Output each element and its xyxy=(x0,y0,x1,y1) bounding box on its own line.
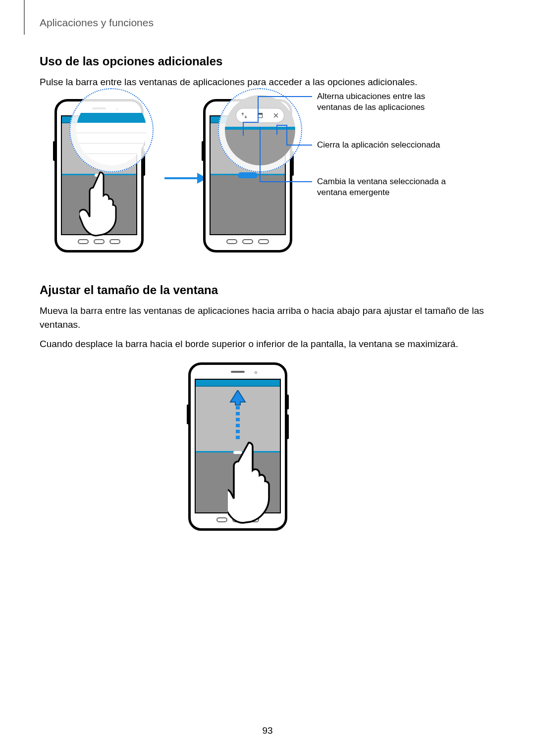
phone-side-button xyxy=(287,395,289,409)
leader-line xyxy=(276,125,286,126)
nav-buttons xyxy=(206,237,290,246)
section2-body1: Mueva la barra entre las ventanas de apl… xyxy=(40,304,495,331)
nav-back-icon xyxy=(258,239,269,244)
nav-home-icon xyxy=(242,239,253,244)
phone-side-button xyxy=(202,141,204,161)
header-rule xyxy=(24,0,25,35)
leader-line xyxy=(258,96,259,123)
nav-recent-icon xyxy=(216,517,227,522)
phone-camera xyxy=(255,371,257,374)
phone-speaker xyxy=(231,371,245,373)
breadcrumb: Aplicaciones y funciones xyxy=(40,17,154,29)
leader-line xyxy=(260,181,312,182)
zoom-header-bar xyxy=(76,113,147,120)
options-pill xyxy=(236,109,284,123)
hand-tap-icon xyxy=(79,168,124,238)
hand-drag-icon xyxy=(228,439,297,538)
leader-line xyxy=(286,145,312,146)
phone-side-button xyxy=(287,414,289,439)
section1-body: Pulse la barra entre las ventanas de apl… xyxy=(40,75,495,89)
nav-back-icon xyxy=(109,239,120,244)
figure-options: Alterna ubicaciones entre las ventanas d… xyxy=(40,94,495,262)
app-header xyxy=(196,380,280,387)
page-number: 93 xyxy=(0,725,535,736)
split-handle-expanded xyxy=(238,172,258,178)
svg-marker-4 xyxy=(230,390,245,405)
phone-side-button xyxy=(187,404,189,424)
leader-line xyxy=(276,125,277,135)
arrow-up-icon xyxy=(229,390,246,447)
callout-popup: Cambia la ventana seleccionada a ventana… xyxy=(317,176,456,198)
section2-title: Ajustar el tamaño de la ventana xyxy=(40,283,495,297)
section-additional-options: Uso de las opciones adicionales Pulse la… xyxy=(40,54,495,89)
nav-buttons xyxy=(57,237,141,246)
figure-resize xyxy=(0,355,535,539)
nav-recent-icon xyxy=(226,239,237,244)
callout-swap: Alterna ubicaciones entre las ventanas d… xyxy=(317,91,456,113)
section1-title: Uso de las opciones adicionales xyxy=(40,54,495,68)
callout-close: Cierra la aplicación seleccionada xyxy=(317,140,456,151)
arrow-right-icon xyxy=(163,171,208,186)
section2-body2: Cuando desplace la barra hacia el borde … xyxy=(40,337,495,351)
page: Aplicaciones y funciones Uso de las opci… xyxy=(0,0,535,756)
split-lower xyxy=(211,175,285,234)
zoom-lens-left xyxy=(69,88,154,172)
leader-line xyxy=(258,96,312,97)
section-resize-window: Ajustar el tamaño de la ventana Mueva la… xyxy=(40,283,495,351)
close-icon xyxy=(273,113,279,119)
zoom-lower xyxy=(76,123,147,165)
leader-line xyxy=(260,127,261,181)
nav-home-icon xyxy=(94,239,105,244)
phone-side-button xyxy=(53,141,55,161)
nav-recent-icon xyxy=(78,239,89,244)
swap-icon xyxy=(241,113,247,119)
leader-line xyxy=(286,125,287,145)
leader-line xyxy=(243,123,244,136)
leader-line xyxy=(243,122,258,123)
